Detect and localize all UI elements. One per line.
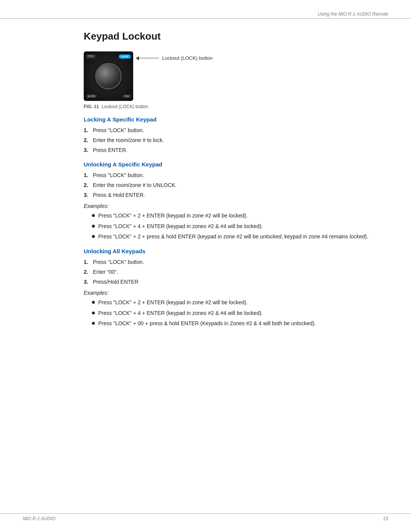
footer-left-text: MiO R-1 AUDIO [23, 516, 56, 521]
unlocking-all-examples-label: Examples: [84, 290, 388, 296]
unlocking-all-example-1: ● Press "LOCK" + 2 + ENTER (keypad in zo… [91, 298, 388, 307]
footer-line [0, 513, 411, 514]
page-title: Keypad Lockout [84, 30, 388, 42]
callout-arrow-line [136, 58, 159, 58]
unlocking-all-examples-list: ● Press "LOCK" + 2 + ENTER (keypad in zo… [91, 298, 388, 328]
keypad-bottom-buttons: ALRM FAV [86, 94, 131, 98]
main-content: Keypad Lockout PRIV LOCK ALRM FAV Lockou… [84, 30, 388, 328]
keypad-dial [95, 63, 122, 89]
alrm-label: ALRM [86, 94, 97, 98]
unlocking-all-step-1: 1. Press "LOCK" button. [84, 258, 388, 266]
locking-steps-list: 1. Press "LOCK" button. 2. Enter the roo… [84, 126, 388, 154]
priv-label: PRIV [86, 54, 96, 59]
callout-label: Lockout (LOCK) button [162, 55, 213, 61]
section-heading-unlocking-specific: Unlocking A Specific Keypad [84, 161, 388, 168]
unlocking-all-example-2: ● Press "LOCK" + 4 + ENTER (keypad in zo… [91, 309, 388, 318]
unlocking-specific-example-2: ● Press "LOCK" + 4 + ENTER (keypad in zo… [91, 222, 388, 231]
unlocking-specific-step-1: 1. Press "LOCK" button. [84, 171, 388, 179]
unlocking-specific-step-2: 2. Enter the room/zone # to UNLOCK. [84, 181, 388, 189]
unlocking-all-steps-list: 1. Press "LOCK" button. 2. Enter “00”. 3… [84, 258, 388, 286]
section-heading-locking: Locking A Specific Keypad [84, 116, 388, 123]
unlocking-specific-examples-label: Examples: [84, 203, 388, 209]
figure-caption: FIG. 11 Lockout (LOCK) button [84, 104, 388, 109]
unlocking-all-example-3: ● Press "LOCK" + 00 + press & hold ENTER… [91, 319, 388, 328]
unlocking-specific-example-3: ● Press "LOCK" + 2 + press & hold ENTER … [91, 232, 388, 241]
keypad-top-buttons: PRIV LOCK [86, 54, 131, 59]
locking-step-1: 1. Press "LOCK" button. [84, 126, 388, 134]
locking-step-3: 3. Press ENTER. [84, 146, 388, 154]
keypad-image: PRIV LOCK ALRM FAV [84, 51, 133, 101]
fig-caption-text: Lockout (LOCK) button [102, 104, 148, 109]
unlocking-specific-examples-list: ● Press "LOCK" + 2 + ENTER (keypad in zo… [91, 211, 388, 241]
header-line [0, 18, 411, 19]
section-heading-unlocking-all: Unlocking All Keypads [84, 248, 388, 254]
locking-step-2: 2. Enter the room/zone # to lock. [84, 136, 388, 144]
fig-label: FIG. 11 [84, 104, 99, 109]
fav-label: FAV [123, 94, 131, 98]
lock-label: LOCK [119, 54, 131, 59]
unlocking-all-step-3: 3. Press/Hold ENTER [84, 278, 388, 286]
callout-arrow-area: Lockout (LOCK) button [136, 55, 213, 61]
figure-area: PRIV LOCK ALRM FAV Lockout (LOCK) button [84, 51, 388, 101]
unlocking-specific-example-1: ● Press "LOCK" + 2 + ENTER (keypad in zo… [91, 211, 388, 220]
unlocking-all-step-2: 2. Enter “00”. [84, 268, 388, 276]
footer-page-number: 23 [383, 516, 388, 521]
unlocking-specific-steps-list: 1. Press "LOCK" button. 2. Enter the roo… [84, 171, 388, 199]
header-text: Using the MiO R-1 AUDIO Remote [318, 11, 388, 17]
unlocking-specific-step-3: 3. Press & Hold ENTER. [84, 191, 388, 199]
